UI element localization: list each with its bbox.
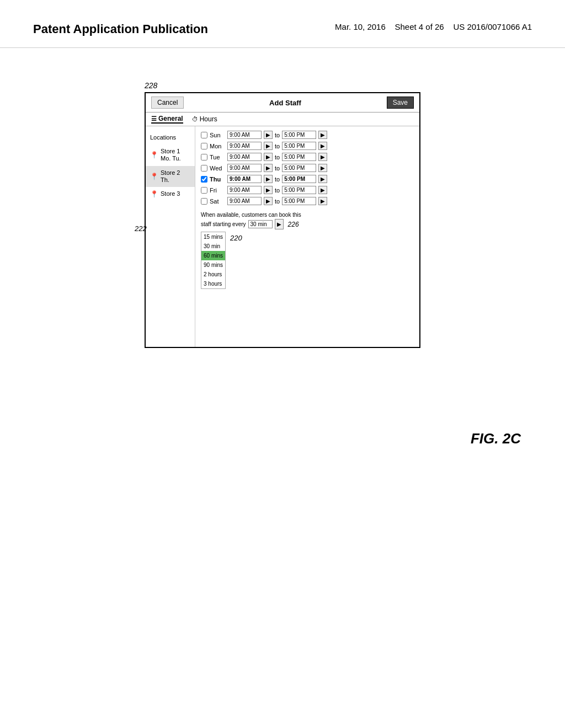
duration-option-15[interactable]: 15 mins [201,232,225,242]
start-time-fri[interactable] [227,186,262,194]
end-time-sun[interactable] [282,131,316,139]
patent-sheet: Sheet 4 of 26 [395,22,444,31]
start-time-sat[interactable] [227,197,262,205]
sidebar-item-store1[interactable]: 📍 Store 1Mo. Tu. [146,144,195,165]
figure-wrapper: 228 Cancel Add Staff Save ☰ General ⏱ Ho… [145,92,420,348]
to-label-fri: to [275,187,280,194]
checkbox-mon[interactable] [201,143,207,149]
to-label-sun: to [275,132,280,138]
day-label-sat: Sat [210,198,225,205]
end-arrow-wed[interactable]: ▶ [318,164,327,172]
end-time-fri[interactable] [282,186,316,194]
sidebar-item-store3[interactable]: 📍 Store 3 [146,187,195,201]
day-rows: Sun ▶ to ▶ Mon ▶ [201,131,414,205]
end-arrow-sun[interactable]: ▶ [318,131,327,139]
start-arrow-fri[interactable]: ▶ [264,186,273,194]
day-label-sun: Sun [210,132,225,138]
right-panel: Sun ▶ to ▶ Mon ▶ [195,126,419,347]
day-label-mon: Mon [210,143,225,149]
end-time-thu[interactable] [282,175,316,183]
end-time-sat[interactable] [282,197,316,205]
end-time-wed[interactable] [282,164,316,172]
start-time-sun[interactable] [227,131,262,139]
when-available-section: When available, customers can book this … [201,211,414,289]
day-label-thu: Thu [210,176,225,183]
start-arrow-sun[interactable]: ▶ [264,131,273,139]
staff-starting-label: staff starting every [201,220,246,228]
start-time-wed[interactable] [227,164,262,172]
end-arrow-thu[interactable]: ▶ [318,175,327,183]
start-arrow-tue[interactable]: ▶ [264,153,273,161]
end-arrow-mon[interactable]: ▶ [318,142,327,150]
label-222-pos: 222 [135,224,147,233]
label-220: 220 [230,233,242,244]
body-area: Locations 📍 Store 1Mo. Tu. 📍 Store 2Th. … [146,126,419,347]
store2-label: Store 2Th. [161,169,180,184]
pin-icon-3: 📍 [150,190,158,198]
day-row-wed: Wed ▶ to ▶ [201,164,414,172]
start-time-mon[interactable] [227,142,262,150]
start-arrow-sat[interactable]: ▶ [264,197,273,205]
duration-list: 15 mins 30 min 60 mins 90 mins 2 hours 3… [201,232,226,289]
checkbox-sat[interactable] [201,198,207,205]
sidebar: Locations 📍 Store 1Mo. Tu. 📍 Store 2Th. … [146,126,195,347]
to-label-wed: to [275,165,280,172]
tab-general-label: General [158,115,183,122]
duration-option-60[interactable]: 60 mins [201,251,225,260]
patent-number: US 2016/0071066 A1 [453,22,532,31]
when-available-label: When available, customers can book this [201,212,301,218]
checkbox-thu[interactable] [201,176,207,183]
start-time-thu[interactable] [227,175,262,183]
end-time-tue[interactable] [282,153,316,161]
day-label-tue: Tue [210,154,225,160]
sidebar-item-store2[interactable]: 📍 Store 2Th. [146,166,195,187]
duration-option-30min[interactable]: 30 min [201,242,225,251]
patent-header: Patent Application Publication Mar. 10, … [0,0,565,48]
day-row-tue: Tue ▶ to ▶ [201,153,414,161]
save-button[interactable]: Save [387,97,414,109]
top-bar: Cancel Add Staff Save [146,93,419,113]
end-arrow-sat[interactable]: ▶ [318,197,327,205]
to-label-sat: to [275,198,280,205]
checkbox-tue[interactable] [201,154,207,160]
tabs-row: ☰ General ⏱ Hours [146,113,419,126]
cancel-button[interactable]: Cancel [151,97,184,109]
tab-general[interactable]: ☰ General [151,115,183,124]
start-time-tue[interactable] [227,153,262,161]
start-arrow-thu[interactable]: ▶ [264,175,273,183]
end-time-mon[interactable] [282,142,316,150]
to-label-tue: to [275,154,280,160]
add-staff-label: Add Staff [269,99,301,107]
duration-option-2h[interactable]: 2 hours [201,270,225,279]
pin-icon-2: 📍 [150,173,158,180]
tab-hours[interactable]: ⏱ Hours [192,115,217,124]
duration-option-90[interactable]: 90 mins [201,260,225,270]
checkbox-wed[interactable] [201,165,207,172]
checkbox-sun[interactable] [201,132,207,138]
when-available-text: When available, customers can book this [201,211,414,219]
label-226: 226 [288,220,299,229]
hours-icon: ⏱ [192,116,198,122]
patent-title-block: Patent Application Publication [33,22,208,36]
sidebar-item-locations[interactable]: Locations [146,131,195,144]
day-row-sun: Sun ▶ to ▶ [201,131,414,139]
to-label-mon: to [275,143,280,149]
patent-title: Patent Application Publication [33,22,208,36]
general-icon: ☰ [151,115,157,122]
tab-hours-label: Hours [200,115,217,123]
start-arrow-wed[interactable]: ▶ [264,164,273,172]
day-label-fri: Fri [210,187,225,194]
duration-option-3h[interactable]: 3 hours [201,279,225,288]
day-row-fri: Fri ▶ to ▶ [201,186,414,194]
locations-label: Locations [150,134,176,141]
checkbox-fri[interactable] [201,187,207,194]
pin-icon-1: 📍 [150,151,158,159]
patent-right-info: Mar. 10, 2016 Sheet 4 of 26 US 2016/0071… [335,22,532,31]
end-arrow-tue[interactable]: ▶ [318,153,327,161]
every-arrow[interactable]: ▶ [275,219,284,229]
end-arrow-fri[interactable]: ▶ [318,186,327,194]
ui-box: Cancel Add Staff Save ☰ General ⏱ Hours [145,92,420,348]
day-label-wed: Wed [210,165,225,172]
every-input[interactable] [248,220,273,228]
start-arrow-mon[interactable]: ▶ [264,142,273,150]
